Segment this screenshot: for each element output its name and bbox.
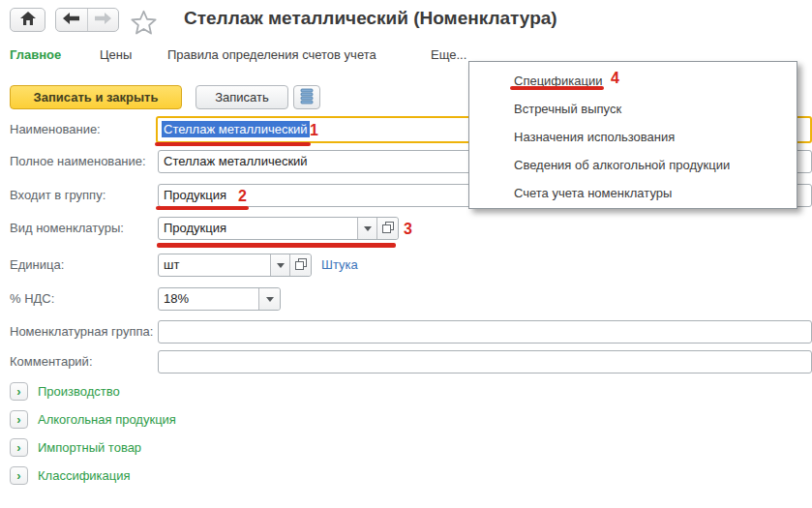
- field-label-kommentariy: Комментарий:: [10, 350, 93, 374]
- comment-input[interactable]: [158, 350, 812, 374]
- menu-item-spetsifikatsii[interactable]: Спецификации: [469, 67, 797, 95]
- dropdown-button[interactable]: [357, 218, 376, 239]
- section-label: Алкогольная продукция: [38, 412, 176, 427]
- star-outline-icon: [131, 23, 157, 38]
- section-label: Классификация: [38, 468, 131, 483]
- annotation-underline-1: [155, 142, 311, 146]
- service-commands-button[interactable]: [293, 85, 320, 109]
- menu-tab-tseny[interactable]: Цены: [100, 46, 132, 64]
- field-label-nds: % НДС:: [10, 287, 54, 311]
- nomenclature-card-window: Стеллаж металлический (Номенклатура) Гла…: [0, 0, 812, 508]
- field-label-nomenklaturnaya-gruppa: Номенклатурная группа:: [10, 320, 153, 344]
- annotation-number-4: 4: [611, 70, 619, 87]
- history-nav-group: [55, 8, 119, 32]
- home-icon: [20, 12, 36, 28]
- chevron-down-icon: [364, 226, 372, 231]
- field-label-polnoe-naimenovanie: Полное наименование:: [10, 150, 146, 173]
- field-label-gruppa: Входит в группу:: [10, 184, 105, 207]
- menu-item-naznacheniya-ispolzovaniya[interactable]: Назначения использования: [469, 123, 797, 151]
- section-alkogolnaya-produktsiya[interactable]: › Алкогольная продукция: [10, 410, 176, 429]
- section-label: Импортный товар: [38, 440, 141, 455]
- nomenclature-group-input[interactable]: [158, 320, 812, 344]
- stacked-list-icon: [300, 88, 314, 107]
- unit-combo[interactable]: шт: [158, 254, 312, 277]
- save-and-close-button[interactable]: Записать и закрыть: [10, 85, 182, 109]
- section-proizvodstvo[interactable]: › Производство: [10, 382, 120, 401]
- more-dropdown-menu: Спецификации Встречный выпуск Назначения…: [468, 61, 797, 209]
- overlap-squares-icon: [382, 222, 394, 236]
- unit-value: шт: [159, 254, 270, 276]
- back-button[interactable]: [56, 9, 87, 31]
- field-label-naimenovanie: Наименование:: [10, 118, 101, 141]
- vat-combo[interactable]: 18%: [158, 287, 281, 311]
- section-importnyy-tovar[interactable]: › Импортный товар: [10, 438, 141, 457]
- annotation-number-2: 2: [238, 188, 247, 205]
- menu-tab-more[interactable]: Еще...: [431, 46, 466, 64]
- annotation-number-1: 1: [310, 122, 318, 139]
- overlap-squares-icon: [295, 258, 307, 273]
- dropdown-button[interactable]: [258, 288, 280, 310]
- menu-tab-glavnoe[interactable]: Главное: [10, 46, 61, 64]
- annotation-underline-2: [156, 206, 249, 210]
- field-label-vid-nomenklatury: Вид номенклатуры:: [10, 217, 124, 240]
- chevron-down-icon: [266, 297, 274, 302]
- open-button[interactable]: [289, 254, 311, 276]
- open-button[interactable]: [376, 218, 398, 239]
- chevron-right-icon: ›: [10, 438, 28, 457]
- dropdown-button[interactable]: [270, 254, 289, 276]
- annotation-underline-4: [510, 86, 604, 90]
- arrow-right-icon: [95, 13, 111, 27]
- vat-value: 18%: [159, 288, 258, 310]
- chevron-right-icon: ›: [10, 382, 28, 401]
- annotation-number-3: 3: [404, 221, 412, 238]
- menu-item-scheta-ucheta-nomenklatury[interactable]: Счета учета номенклатуры: [469, 179, 797, 207]
- menu-item-vstrechnyy-vypusk[interactable]: Встречный выпуск: [469, 95, 797, 123]
- page-title: Стеллаж металлический (Номенклатура): [184, 8, 557, 29]
- field-label-edinitsa: Единица:: [10, 254, 64, 277]
- save-button[interactable]: Записать: [195, 85, 288, 109]
- menu-item-svedeniya-ob-alkogolnoy-produktsii[interactable]: Сведения об алкогольной продукции: [469, 151, 797, 179]
- forward-button[interactable]: [87, 9, 118, 31]
- chevron-right-icon: ›: [10, 410, 28, 429]
- section-label: Производство: [38, 384, 120, 399]
- chevron-right-icon: ›: [10, 466, 28, 485]
- annotation-underline-3: [157, 243, 396, 248]
- favorite-button[interactable]: [131, 10, 157, 35]
- section-klassifikatsiya[interactable]: › Классификация: [10, 466, 131, 485]
- unit-link[interactable]: Штука: [321, 254, 358, 277]
- chevron-down-icon: [277, 263, 285, 268]
- menu-tab-pravila[interactable]: Правила определения счетов учета: [167, 46, 376, 64]
- nomenclature-type-combo[interactable]: Продукция: [158, 217, 399, 240]
- arrow-left-icon: [63, 13, 79, 27]
- home-button[interactable]: [10, 8, 45, 32]
- selected-text: Стеллаж металлический: [162, 121, 310, 137]
- nomenclature-type-value: Продукция: [159, 218, 357, 239]
